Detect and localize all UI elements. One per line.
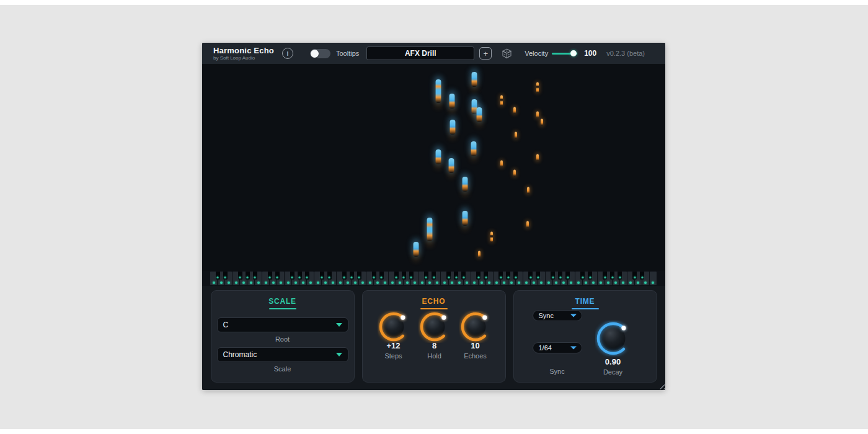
active-note-dot [592, 281, 595, 284]
active-note-dot [510, 281, 513, 284]
active-note-dot [562, 281, 565, 284]
version-label: v0.2.3 (beta) [606, 50, 645, 57]
black-key[interactable] [320, 272, 324, 280]
active-note-dot [473, 281, 476, 284]
active-note-dot [414, 281, 416, 284]
black-key[interactable] [409, 272, 414, 280]
active-note-dot [406, 281, 409, 284]
black-key[interactable] [476, 272, 480, 280]
sync-mode-dropdown[interactable]: Sync [533, 310, 582, 321]
info-icon[interactable]: i [282, 48, 293, 59]
velocity-knob[interactable] [570, 50, 577, 56]
black-key[interactable] [461, 272, 466, 280]
note-particle [463, 211, 468, 226]
active-note-dot [448, 277, 450, 278]
division-dropdown[interactable]: 1/64 [533, 342, 582, 353]
active-note-dot [213, 281, 215, 284]
chevron-down-icon [336, 353, 342, 356]
white-key[interactable] [650, 272, 657, 285]
active-note-dot [410, 277, 412, 278]
black-key[interactable] [379, 272, 384, 280]
black-key[interactable] [402, 272, 406, 280]
plugin-window: Harmonic Echo by Soft Loop Audio i Toolt… [202, 43, 665, 390]
black-key[interactable] [565, 272, 570, 280]
note-particle [477, 107, 482, 122]
black-key[interactable] [536, 272, 540, 280]
tooltips-toggle[interactable] [310, 49, 330, 58]
black-key[interactable] [498, 272, 503, 280]
black-key[interactable] [342, 272, 347, 280]
chevron-down-icon [570, 314, 577, 317]
knob-decay[interactable] [595, 321, 631, 359]
black-key[interactable] [580, 272, 585, 280]
velocity-label: Velocity [525, 50, 548, 57]
knob-echoes[interactable]: 10Echoes [456, 311, 495, 360]
knob-label: Hold [427, 352, 441, 360]
black-key[interactable] [432, 272, 436, 280]
active-note-dot [373, 277, 375, 278]
echo-panel-rule [420, 308, 448, 309]
black-key[interactable] [558, 272, 562, 280]
active-note-dot [525, 281, 528, 284]
scale-label: Scale [211, 365, 354, 373]
division-value: 1/64 [539, 344, 552, 352]
add-preset-button[interactable]: + [479, 47, 492, 60]
black-key[interactable] [610, 272, 614, 280]
active-note-dot [354, 281, 356, 284]
active-note-dot [257, 281, 260, 284]
velocity-slider[interactable] [552, 50, 577, 57]
active-note-dot [291, 277, 293, 278]
active-note-dot [224, 277, 226, 278]
black-key[interactable] [305, 272, 309, 280]
scale-dropdown[interactable]: Chromatic [217, 347, 348, 362]
active-note-dot [488, 281, 490, 284]
keyboard-strip[interactable] [202, 271, 665, 286]
black-key[interactable] [268, 272, 272, 280]
black-key[interactable] [350, 272, 354, 280]
black-key[interactable] [327, 272, 332, 280]
active-note-dot [577, 281, 580, 284]
time-panel-rule [572, 308, 599, 309]
black-key[interactable] [484, 272, 488, 280]
black-key[interactable] [238, 272, 242, 280]
echo-spark [526, 221, 529, 228]
black-key[interactable] [290, 272, 294, 280]
active-note-dot [503, 281, 505, 284]
black-key[interactable] [588, 272, 592, 280]
black-key[interactable] [632, 272, 637, 280]
echo-knob-row: +12Steps8Hold10Echoes [363, 311, 505, 360]
sync-mode-value: Sync [539, 312, 554, 319]
black-key[interactable] [528, 272, 533, 280]
dice-icon[interactable] [501, 48, 513, 60]
black-key[interactable] [618, 272, 622, 280]
black-key[interactable] [246, 272, 250, 280]
black-key[interactable] [357, 272, 361, 280]
root-dropdown[interactable]: C [217, 317, 348, 332]
black-key[interactable] [372, 272, 376, 280]
black-key[interactable] [640, 272, 644, 280]
knob-hold[interactable]: 8Hold [415, 311, 454, 360]
black-key[interactable] [216, 272, 220, 280]
black-key[interactable] [275, 272, 280, 280]
active-note-dot [287, 281, 290, 284]
black-key[interactable] [424, 272, 428, 280]
black-key[interactable] [394, 272, 399, 280]
black-key[interactable] [223, 272, 228, 280]
knob-steps[interactable]: +12Steps [374, 311, 414, 360]
note-particle [471, 141, 477, 156]
black-key[interactable] [446, 272, 451, 280]
echo-spark [500, 161, 503, 167]
black-key[interactable] [454, 272, 458, 280]
black-key[interactable] [298, 272, 302, 280]
black-key[interactable] [253, 272, 257, 280]
black-key[interactable] [603, 272, 607, 280]
scale-panel-rule [269, 308, 296, 309]
black-key[interactable] [551, 272, 555, 280]
active-note-dot [269, 277, 271, 278]
black-key[interactable] [513, 272, 518, 280]
preset-selector[interactable]: AFX Drill [366, 46, 474, 60]
active-note-dot [309, 281, 312, 284]
active-note-dot [376, 281, 379, 284]
black-key[interactable] [506, 272, 510, 280]
active-note-dot [652, 281, 654, 284]
